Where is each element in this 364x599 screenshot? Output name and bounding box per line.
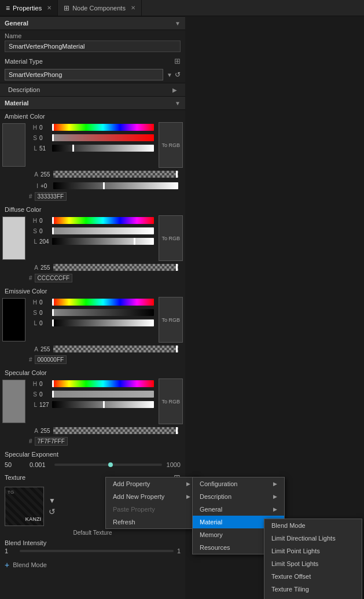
emissive-l-track[interactable] xyxy=(52,319,154,326)
context-menu-1-item-add-new-property[interactable]: Add New Property ▶ xyxy=(106,490,197,503)
name-input[interactable] xyxy=(5,41,181,52)
texture-dropdown-arrow[interactable]: ▼ xyxy=(49,497,56,505)
ambient-h-track[interactable] xyxy=(52,124,154,131)
texture-refresh-icon[interactable]: ↺ xyxy=(49,507,56,516)
tab-properties[interactable]: ≡ Properties ✕ xyxy=(0,0,58,16)
ambient-l-track[interactable] xyxy=(52,145,154,152)
context-menu-3-item-texture-offset[interactable]: Texture Offset xyxy=(264,570,362,583)
tab-node-components-label: Node Components xyxy=(72,5,126,12)
ambient-i-track[interactable] xyxy=(53,182,178,189)
emissive-h-track[interactable] xyxy=(52,299,154,306)
ambient-hex-value[interactable]: 333333FF xyxy=(35,192,67,201)
emissive-hex-row: # 000000FF xyxy=(0,354,185,366)
material-type-grid-icon[interactable]: ⊞ xyxy=(174,57,181,65)
emissive-color-swatch[interactable] xyxy=(2,298,25,341)
diffuse-l-track[interactable] xyxy=(52,238,154,245)
specular-s-label: S xyxy=(30,391,37,398)
texture-thumbnail[interactable]: TG KANZI xyxy=(5,487,44,526)
emissive-l-label: L xyxy=(30,320,37,326)
diffuse-to-rgb-btn[interactable]: To RGB xyxy=(159,215,183,261)
specular-s-row: S 0 xyxy=(28,389,156,399)
context-menu-1-item-refresh[interactable]: Refresh xyxy=(106,516,197,528)
diffuse-a-row: A 255 xyxy=(29,262,181,273)
tab-node-components-close[interactable]: ✕ xyxy=(131,5,135,11)
texture-tg-label: TG xyxy=(8,490,14,495)
material-section-header[interactable]: Material ▼ xyxy=(0,96,185,110)
ambient-i-label: I xyxy=(31,183,38,189)
blend-intensity-row: 1 1 xyxy=(5,547,181,554)
diffuse-h-track[interactable] xyxy=(52,217,154,224)
ambient-s-track[interactable] xyxy=(52,134,154,141)
add-property-btn[interactable]: + Blend Mode xyxy=(0,557,185,573)
emissive-color-sliders: H 0 S 0 L 0 xyxy=(28,296,156,344)
context-menu-3-texture-offset-label: Texture Offset xyxy=(271,573,311,580)
tab-properties-close[interactable]: ✕ xyxy=(47,5,52,11)
material-type-select[interactable]: SmartVertexPhong xyxy=(5,69,163,80)
general-section-header[interactable]: General ▼ xyxy=(0,16,185,30)
diffuse-s-track[interactable] xyxy=(52,227,154,234)
diffuse-a-track[interactable] xyxy=(53,264,178,271)
emissive-to-rgb-btn[interactable]: To RGB xyxy=(159,297,183,343)
specular-color-swatch[interactable] xyxy=(2,380,25,423)
material-type-refresh-icon[interactable]: ↺ xyxy=(175,71,181,79)
context-menu-2-general-label: General xyxy=(200,506,222,513)
specular-exponent-track[interactable] xyxy=(54,464,162,466)
context-menu-3-item-texture-tiling[interactable]: Texture Tiling xyxy=(264,583,362,596)
context-menu-2-configuration-arrow: ▶ xyxy=(273,481,277,487)
specular-l-track[interactable] xyxy=(52,401,154,408)
ambient-i-row: I +0 xyxy=(29,181,181,191)
general-section-arrow: ▼ xyxy=(175,20,181,27)
emissive-hex-value[interactable]: 000000FF xyxy=(35,355,67,364)
context-menu-3-point-lights-label: Limit Point Lights xyxy=(271,547,320,554)
add-property-plus-icon: + xyxy=(5,560,9,569)
tab-bar: ≡ Properties ✕ ⊞ Node Components ✕ xyxy=(0,0,364,16)
specular-color-block: H 0 S 0 L 127 To RGB xyxy=(0,377,185,425)
specular-hex-value[interactable]: 7F7F7FFF xyxy=(35,437,68,446)
diffuse-hex-label: # xyxy=(29,275,32,281)
diffuse-h-value: 0 xyxy=(38,218,51,224)
context-menu-2-memory-label: Memory xyxy=(200,531,223,538)
context-menu-3-texture-tiling-label: Texture Tiling xyxy=(271,586,309,593)
specular-a-label: A xyxy=(31,428,38,434)
specular-l-row: L 127 xyxy=(28,399,156,410)
blend-intensity-track[interactable] xyxy=(20,550,174,552)
specular-a-track[interactable] xyxy=(53,427,178,434)
context-menu-1-item-add-property[interactable]: Add Property ▶ xyxy=(106,477,197,490)
specular-s-track[interactable] xyxy=(52,391,154,398)
ambient-to-rgb-btn[interactable]: To RGB xyxy=(159,122,183,168)
diffuse-h-label: H xyxy=(30,218,37,224)
diffuse-hex-value[interactable]: CCCCCCFF xyxy=(35,274,73,282)
specular-to-rgb-btn[interactable]: To RGB xyxy=(159,378,183,424)
specular-h-track[interactable] xyxy=(52,380,154,387)
specular-exponent-step: 0.001 xyxy=(30,461,50,468)
specular-exponent-row: 50 0.001 1000 xyxy=(0,459,185,471)
ambient-color-swatch[interactable] xyxy=(2,123,25,167)
emissive-s-row: S 0 xyxy=(28,307,156,318)
diffuse-color-swatch[interactable] xyxy=(2,216,25,260)
context-menu-3-item-blend-mode[interactable]: Blend Mode xyxy=(264,519,362,532)
emissive-a-value: 255 xyxy=(39,346,52,352)
context-menu-2-description-label: Description xyxy=(200,493,231,500)
ambient-h-label: H xyxy=(30,124,37,131)
description-subsection-header[interactable]: Description ▶ xyxy=(0,83,185,96)
name-label: Name xyxy=(5,32,181,41)
ambient-a-track[interactable] xyxy=(53,171,178,178)
context-menu-3-item-spot-lights[interactable]: Limit Spot Lights xyxy=(264,557,362,570)
context-menu-2-item-description[interactable]: Description ▶ xyxy=(193,490,284,503)
diffuse-l-label: L xyxy=(30,238,37,245)
description-label: Description xyxy=(8,86,40,93)
diffuse-color-label: Diffuse Color xyxy=(0,203,185,214)
context-menu-2-item-general[interactable]: General ▶ xyxy=(193,503,284,516)
context-menu-2-item-configuration[interactable]: Configuration ▶ xyxy=(193,477,284,490)
specular-alpha-block: A 255 xyxy=(0,425,185,436)
tab-node-components[interactable]: ⊞ Node Components ✕ xyxy=(58,0,142,16)
context-menu-3-item-point-lights[interactable]: Limit Point Lights xyxy=(264,545,362,557)
emissive-l-value: 0 xyxy=(38,320,51,326)
ambient-s-label: S xyxy=(30,135,37,141)
context-menu-3-item-directional-lights[interactable]: Limit Directional Lights xyxy=(264,532,362,545)
context-menu-3-item-texture-cube[interactable]: TextureCube xyxy=(264,596,362,599)
emissive-a-track[interactable] xyxy=(53,346,178,352)
context-menu-3-directional-lights-label: Limit Directional Lights xyxy=(271,535,336,542)
specular-exponent-max: 1000 xyxy=(167,461,181,468)
emissive-s-track[interactable] xyxy=(52,309,154,316)
